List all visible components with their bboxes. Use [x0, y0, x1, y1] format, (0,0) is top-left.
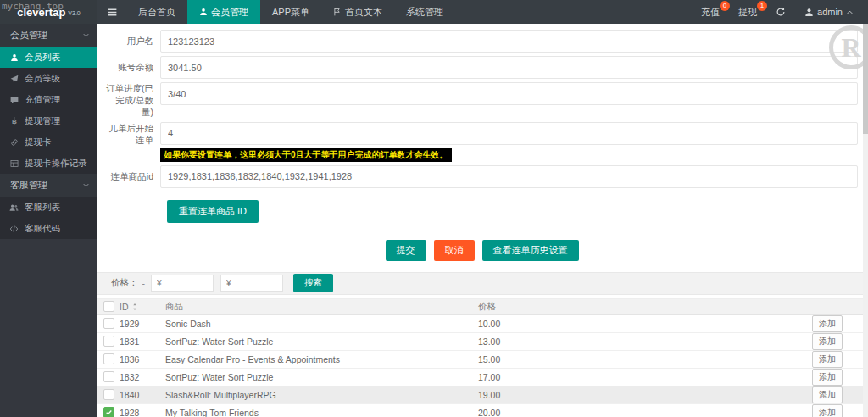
price-max-input[interactable]	[220, 275, 283, 292]
main-content: R 用户名账号余额订单进度(已完成/总数量)几单后开始连单如果你要设置连单，这里…	[97, 24, 863, 417]
nav-item-label: 后台首页	[138, 6, 175, 19]
form-actions: 提交取消查看连单历史设置	[106, 240, 858, 261]
send-icon	[8, 75, 19, 83]
sidebar-item-label: 提现卡	[25, 136, 52, 148]
row-checkbox[interactable]	[103, 389, 114, 400]
product-name-cell: Sonic Dash	[165, 319, 478, 329]
sidebar-item[interactable]: 客服代码	[0, 218, 97, 239]
form-action-button[interactable]: 取消	[434, 240, 475, 261]
sidebar-item[interactable]: 提现卡操作记录	[0, 153, 97, 174]
header-checkbox-cell	[97, 301, 120, 312]
sidebar-section-header[interactable]: 会员管理	[0, 24, 97, 47]
field-input[interactable]	[160, 165, 858, 188]
product-price-cell: 13.00	[478, 336, 785, 347]
search-button[interactable]: 搜索	[293, 274, 333, 292]
nav-item[interactable]: 系统管理	[394, 0, 455, 24]
sort-icon[interactable]	[131, 303, 138, 311]
form-row: 用户名	[106, 30, 858, 53]
product-name-cell: SortPuz: Water Sort Puzzle	[165, 336, 478, 347]
field-label: 连单商品id	[106, 165, 160, 188]
price-min-input[interactable]	[151, 275, 214, 292]
sidebar-item[interactable]: 会员列表	[0, 47, 97, 68]
nav-item[interactable]: 后台首页	[126, 0, 187, 24]
person-icon	[8, 53, 19, 62]
baht-icon: B	[8, 117, 19, 125]
field-input[interactable]	[160, 82, 858, 105]
add-button[interactable]: 添加	[812, 333, 843, 350]
user-icon	[804, 8, 814, 17]
scrollbar[interactable]	[863, 24, 868, 417]
flag-icon	[333, 8, 342, 16]
sidebar-item[interactable]: B提现管理	[0, 110, 97, 131]
refresh-button[interactable]	[766, 0, 795, 24]
nav-item-label: APP菜单	[272, 6, 309, 19]
add-button[interactable]: 添加	[812, 351, 843, 368]
product-price-cell: 17.00	[478, 372, 785, 382]
app-logo[interactable]: clevertap V3.0	[0, 0, 97, 24]
product-name-cell: Slash&Roll: MultiplayerRPG	[165, 390, 478, 400]
sidebar-section-label: 客服管理	[10, 179, 47, 192]
row-checkbox[interactable]	[103, 336, 114, 347]
form-fields: 用户名账号余额订单进度(已完成/总数量)几单后开始连单如果你要设置连单，这里必须…	[106, 30, 858, 188]
top-nav: 后台首页会员管理APP菜单首页文本系统管理	[126, 0, 455, 24]
row-checkbox[interactable]	[103, 407, 114, 417]
scrollbar-thumb[interactable]	[863, 24, 868, 134]
sidebar-item-label: 充值管理	[25, 94, 60, 106]
row-checkbox[interactable]	[103, 371, 114, 382]
table-row: 1929Sonic Dash10.00添加	[97, 315, 863, 333]
users-icon	[8, 203, 19, 212]
sidebar-item-label: 会员等级	[25, 73, 60, 85]
product-id-cell: 1832	[120, 372, 165, 382]
product-price-cell: 15.00	[478, 354, 785, 364]
form-row: 订单进度(已完成/总数量)	[106, 82, 858, 119]
price-filter-bar: 价格： - 搜索	[97, 272, 863, 295]
field-input[interactable]	[160, 30, 858, 53]
product-name-cell: Easy Calendar Pro - Events & Appointment…	[165, 354, 478, 364]
sidebar-item[interactable]: 充值管理	[0, 89, 97, 110]
withdraw-label: 提现	[738, 6, 757, 19]
header-right: 充值 0 提现 1 admin	[692, 0, 868, 24]
sidebar-item[interactable]: 客服列表	[0, 197, 97, 218]
app-logo-text: clevertap	[17, 6, 65, 19]
table-row: 1832SortPuz: Water Sort Puzzle17.00添加	[97, 369, 863, 386]
recharge-label: 充值	[701, 6, 720, 19]
screen: mychang.top clevertap V3.0 后台首页会员管理APP菜单…	[0, 0, 868, 417]
reset-chain-products-button[interactable]: 重置连单商品 ID	[167, 200, 259, 223]
product-id-cell: 1929	[120, 319, 165, 329]
table-body: 1929Sonic Dash10.00添加1831SortPuz: Water …	[97, 315, 863, 417]
add-button[interactable]: 添加	[812, 386, 843, 403]
field-input[interactable]	[160, 122, 858, 145]
link-icon	[8, 138, 19, 147]
sidebar: 会员管理会员列表会员等级充值管理B提现管理提现卡提现卡操作记录客服管理客服列表客…	[0, 24, 97, 417]
form-action-button[interactable]: 提交	[386, 240, 426, 261]
sidebar-section-header[interactable]: 客服管理	[0, 174, 97, 197]
sidebar-item[interactable]: 提现卡	[0, 131, 97, 153]
admin-username: admin	[817, 7, 843, 17]
nav-item[interactable]: 会员管理	[187, 0, 260, 24]
chevron-down-icon	[82, 181, 90, 189]
nav-item[interactable]: 首页文本	[321, 0, 394, 24]
add-button[interactable]: 添加	[812, 369, 843, 386]
table-row: 1831SortPuz: Water Sort Puzzle13.00添加	[97, 333, 863, 351]
header-price-cell: 价格	[478, 301, 785, 313]
withdraw-link[interactable]: 提现 1	[729, 0, 766, 24]
form-row: 几单后开始连单如果你要设置连单，这里必须大于0且大于等于用户完成的订单数才会生效…	[106, 122, 858, 162]
admin-menu[interactable]: admin	[795, 0, 863, 24]
records-icon	[8, 159, 19, 168]
menu-toggle-icon[interactable]	[97, 0, 126, 24]
form-row: 账号余额	[106, 56, 858, 79]
add-button[interactable]: 添加	[812, 315, 843, 332]
sidebar-item-label: 客服列表	[25, 202, 60, 214]
field-label: 几单后开始连单	[106, 122, 160, 146]
select-all-checkbox[interactable]	[103, 301, 114, 312]
field-input[interactable]	[160, 56, 858, 79]
add-button[interactable]: 添加	[812, 404, 843, 417]
recharge-link[interactable]: 充值 0	[692, 0, 729, 24]
row-checkbox[interactable]	[103, 353, 114, 364]
nav-item[interactable]: APP菜单	[260, 0, 321, 24]
header-id-cell[interactable]: ID	[120, 302, 165, 312]
form-action-button[interactable]: 查看连单历史设置	[482, 240, 579, 261]
user-edit-form: 用户名账号余额订单进度(已完成/总数量)几单后开始连单如果你要设置连单，这里必须…	[97, 24, 863, 261]
sidebar-item[interactable]: 会员等级	[0, 68, 97, 89]
row-checkbox[interactable]	[103, 318, 114, 329]
